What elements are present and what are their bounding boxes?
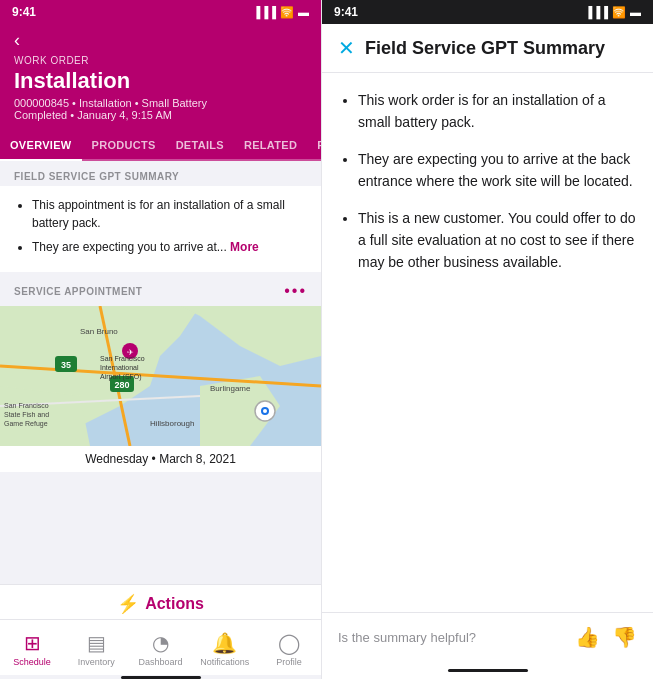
right-battery-icon: ▬ [630,6,641,18]
nav-schedule-label: Schedule [13,657,51,667]
feedback-question: Is the summary helpful? [338,630,476,645]
actions-bar: ⚡ Actions [0,584,321,619]
schedule-icon: ⊞ [24,631,41,655]
nav-inventory[interactable]: ▤ Inventory [64,624,128,673]
nav-notifications-label: Notifications [200,657,249,667]
service-apt-header: SERVICE APPOINTMENT ••• [0,272,321,306]
thumbs-up-icon[interactable]: 👍 [575,625,600,649]
work-order-date: Completed • January 4, 9:15 AM [14,109,307,121]
inventory-icon: ▤ [87,631,106,655]
svg-text:Burlingame: Burlingame [210,384,251,393]
map-container[interactable]: 35 280 ✈ San Bruno San Francisco Interna… [0,306,321,446]
signal-icon: ▐▐▐ [253,6,276,18]
tab-products[interactable]: PRODUCTS [82,131,166,159]
svg-text:Airport (SFO): Airport (SFO) [100,373,142,381]
work-order-label: WORK ORDER [14,55,307,66]
right-status-bar: 9:41 ▐▐▐ 🛜 ▬ [322,0,653,24]
feedback-bar: Is the summary helpful? 👍 👎 [322,612,653,661]
nav-profile[interactable]: ◯ Profile [257,624,321,673]
left-time: 9:41 [12,5,36,19]
tabs-bar: OVERVIEW PRODUCTS DETAILS RELATED FEE [0,131,321,161]
svg-text:San Francisco: San Francisco [4,402,49,409]
gpt-bullet-2: They are expecting you to arrive at... M… [32,238,307,256]
tab-details[interactable]: DETAILS [166,131,234,159]
service-appointment-section: SERVICE APPOINTMENT ••• [0,272,321,472]
svg-text:Game Refuge: Game Refuge [4,420,48,428]
left-home-indicator [0,675,321,679]
bolt-icon: ⚡ [117,593,139,615]
dashboard-icon: ◔ [152,631,169,655]
service-apt-label: SERVICE APPOINTMENT [14,286,142,297]
right-bullet-3: This is a new customer. You could offer … [358,207,637,274]
left-status-icons: ▐▐▐ 🛜 ▬ [253,6,309,19]
nav-dashboard[interactable]: ◔ Dashboard [128,624,192,673]
map-svg: 35 280 ✈ San Bruno San Francisco Interna… [0,306,321,446]
work-order-title: Installation [14,68,307,94]
gpt-section: This appointment is for an installation … [0,186,321,272]
close-button[interactable]: ✕ [338,36,355,60]
battery-icon: ▬ [298,6,309,18]
nav-dashboard-label: Dashboard [138,657,182,667]
notifications-icon: 🔔 [212,631,237,655]
right-status-icons: ▐▐▐ 🛜 ▬ [585,6,641,19]
left-home-bar [121,676,201,679]
right-bullet-1: This work order is for an installation o… [358,89,637,134]
right-content: This work order is for an installation o… [322,73,653,612]
right-bullet-list: This work order is for an installation o… [338,89,637,274]
svg-text:Hillsborough: Hillsborough [150,419,194,428]
nav-schedule[interactable]: ⊞ Schedule [0,624,64,673]
right-home-indicator [322,661,653,679]
map-date: Wednesday • March 8, 2021 [0,446,321,472]
gpt-bullet-list: This appointment is for an installation … [14,196,307,256]
actions-label: Actions [145,595,204,613]
tab-fee[interactable]: FEE [307,131,321,159]
left-header: ‹ WORK ORDER Installation 000000845 • In… [0,24,321,131]
right-signal-icon: ▐▐▐ [585,6,608,18]
svg-text:280: 280 [114,380,129,390]
right-panel: 9:41 ▐▐▐ 🛜 ▬ ✕ Field Service GPT Summary… [321,0,653,679]
bottom-nav: ⊞ Schedule ▤ Inventory ◔ Dashboard 🔔 Not… [0,619,321,675]
thumbs-down-icon[interactable]: 👎 [612,625,637,649]
right-wifi-icon: 🛜 [612,6,626,19]
right-bullet-2: They are expecting you to arrive at the … [358,148,637,193]
svg-text:San Bruno: San Bruno [80,327,118,336]
right-header: ✕ Field Service GPT Summary [322,24,653,73]
right-home-bar [448,669,528,672]
feedback-icons: 👍 👎 [575,625,637,649]
nav-profile-label: Profile [276,657,302,667]
actions-button[interactable]: ⚡ Actions [0,593,321,615]
right-title: Field Service GPT Summary [365,38,605,59]
profile-icon: ◯ [278,631,300,655]
svg-text:San Francisco: San Francisco [100,355,145,362]
back-button[interactable]: ‹ [14,30,307,51]
left-panel: 9:41 ▐▐▐ 🛜 ▬ ‹ WORK ORDER Installation 0… [0,0,321,679]
svg-text:International: International [100,364,139,371]
svg-point-25 [263,409,267,413]
tab-overview[interactable]: OVERVIEW [0,131,82,161]
gpt-section-header: FIELD SERVICE GPT SUMMARY [0,161,321,186]
gpt-bullet-1: This appointment is for an installation … [32,196,307,232]
nav-inventory-label: Inventory [78,657,115,667]
work-order-meta: 000000845 • Installation • Small Battery [14,97,307,109]
right-time: 9:41 [334,5,358,19]
left-status-bar: 9:41 ▐▐▐ 🛜 ▬ [0,0,321,24]
left-content: FIELD SERVICE GPT SUMMARY This appointme… [0,161,321,584]
svg-text:State Fish and: State Fish and [4,411,49,418]
more-link[interactable]: More [230,240,259,254]
dots-menu[interactable]: ••• [284,282,307,300]
svg-text:35: 35 [61,360,71,370]
nav-notifications[interactable]: 🔔 Notifications [193,624,257,673]
tab-related[interactable]: RELATED [234,131,307,159]
wifi-icon: 🛜 [280,6,294,19]
